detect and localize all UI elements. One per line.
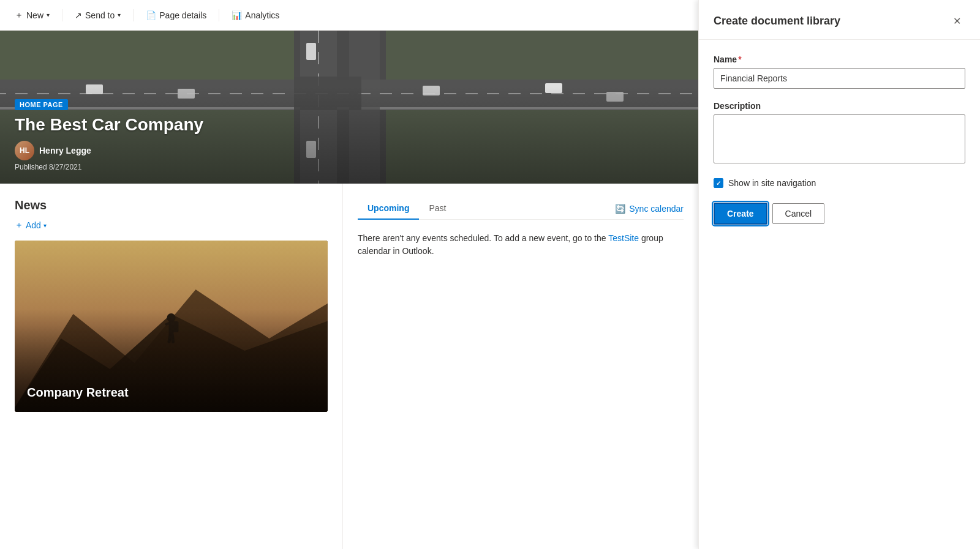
home-page-badge: HOME PAGE [15, 99, 68, 110]
send-to-button[interactable]: ↗ Send to ▾ [70, 8, 126, 23]
description-textarea[interactable] [714, 114, 965, 163]
add-label: Add [26, 220, 41, 230]
sync-label: Sync calendar [629, 204, 684, 214]
news-title: News [15, 198, 328, 212]
svg-rect-16 [386, 31, 698, 80]
hero-title: The Best Car Company [15, 115, 684, 135]
send-to-label: Send to [85, 10, 115, 20]
chevron-down-icon: ▾ [47, 12, 50, 18]
panel-body: Name* Description ✓ Show in site navigat… [699, 40, 980, 549]
chart-icon: 📊 [232, 10, 242, 20]
panel-close-button[interactable]: ✕ [948, 12, 965, 29]
upcoming-tab-label: Upcoming [368, 203, 409, 213]
plus-icon: ＋ [15, 10, 23, 21]
cancel-button[interactable]: Cancel [772, 203, 825, 224]
panel-header: Create document library ✕ [699, 0, 980, 40]
hero-section: HOME PAGE The Best Car Company HL Henry … [0, 31, 698, 184]
no-events-prefix: There aren't any events scheduled. To ad… [358, 233, 608, 243]
news-section: News ＋ Add ▾ [0, 184, 343, 549]
hero-overlay: HOME PAGE The Best Car Company HL Henry … [0, 86, 698, 184]
svg-rect-22 [169, 320, 174, 335]
description-field-group: Description [714, 101, 965, 166]
hero-author: HL Henry Legge [15, 141, 684, 160]
past-tab-label: Past [429, 203, 446, 213]
svg-rect-15 [0, 31, 294, 80]
no-events-message: There aren't any events scheduled. To ad… [358, 232, 684, 258]
analytics-button[interactable]: 📊 Analytics [227, 8, 284, 23]
page-details-button[interactable]: 📄 Page details [141, 8, 211, 23]
info-icon: 📄 [146, 10, 156, 20]
show-in-nav-checkbox[interactable]: ✓ [714, 178, 723, 188]
svg-rect-12 [306, 43, 316, 60]
svg-rect-27 [171, 334, 175, 343]
test-site-link[interactable]: TestSite [608, 233, 639, 243]
show-in-nav-row: ✓ Show in site navigation [714, 178, 965, 188]
svg-rect-26 [167, 334, 172, 343]
name-input[interactable] [714, 68, 965, 89]
name-label-text: Name [714, 54, 737, 64]
news-card-title: Company Retreat [27, 386, 129, 400]
events-tabs: Upcoming Past 🔄 Sync calendar [358, 198, 684, 220]
name-field-label: Name* [714, 54, 965, 64]
new-label: New [26, 10, 43, 20]
divider-3 [219, 9, 219, 21]
upcoming-tab[interactable]: Upcoming [358, 198, 419, 219]
create-button[interactable]: Create [714, 203, 767, 225]
svg-rect-25 [165, 322, 170, 326]
divider-1 [62, 9, 62, 21]
page-body: News ＋ Add ▾ [0, 184, 698, 549]
panel-footer: Create Cancel [714, 203, 965, 225]
divider-2 [133, 9, 134, 21]
published-date: Published 8/27/2021 [15, 163, 684, 171]
share-icon: ↗ [75, 10, 82, 20]
chevron-down-icon-add: ▾ [43, 222, 47, 229]
analytics-label: Analytics [245, 10, 279, 20]
description-field-label: Description [714, 101, 965, 111]
chevron-down-icon-2: ▾ [118, 12, 121, 18]
toolbar: ＋ New ▾ ↗ Send to ▾ 📄 Page details 📊 Ana… [0, 0, 698, 31]
svg-point-23 [167, 313, 176, 322]
name-field-group: Name* [714, 54, 965, 89]
check-icon: ✓ [716, 180, 721, 187]
author-avatar: HL [15, 141, 34, 160]
add-news-button[interactable]: ＋ Add ▾ [15, 220, 47, 231]
svg-rect-24 [173, 321, 179, 332]
create-document-library-panel: Create document library ✕ Name* Descript… [698, 0, 980, 549]
events-section: Upcoming Past 🔄 Sync calendar There aren… [343, 184, 698, 549]
past-tab[interactable]: Past [419, 198, 456, 219]
show-in-nav-label: Show in site navigation [728, 178, 816, 188]
new-button[interactable]: ＋ New ▾ [10, 7, 55, 23]
sync-icon: 🔄 [615, 204, 625, 214]
panel-title: Create document library [714, 15, 840, 28]
plus-icon-news: ＋ [15, 220, 23, 231]
author-name: Henry Legge [39, 146, 91, 155]
page-details-label: Page details [159, 10, 206, 20]
news-card[interactable]: Company Retreat [15, 241, 328, 412]
sync-calendar-button[interactable]: 🔄 Sync calendar [615, 204, 684, 214]
required-indicator: * [738, 54, 741, 64]
